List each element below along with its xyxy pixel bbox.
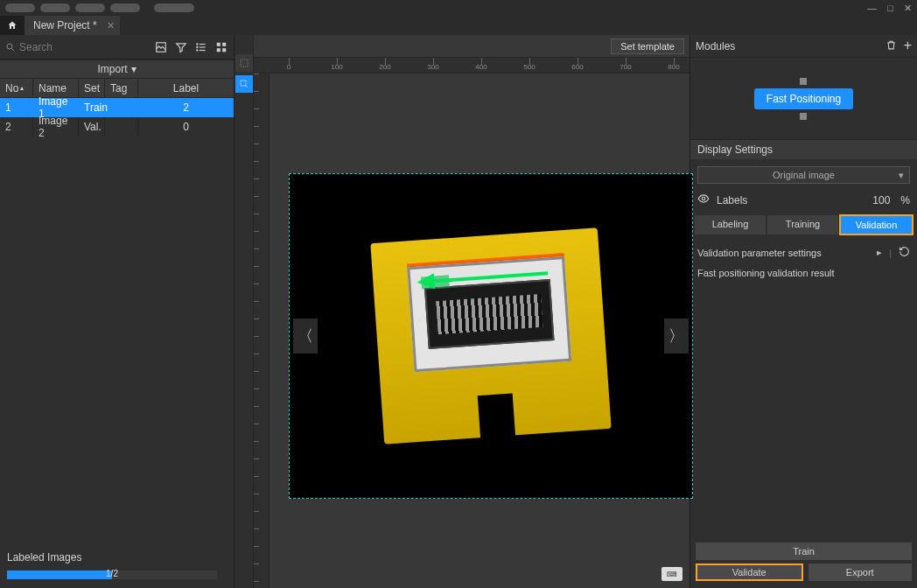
export-button[interactable]: Export: [808, 564, 913, 581]
search-icon: [5, 42, 16, 52]
col-header-name[interactable]: Name: [33, 79, 79, 97]
percent-symbol: %: [900, 194, 910, 206]
validation-result-title: Fast positioning validation result: [690, 264, 917, 282]
svg-rect-13: [241, 60, 248, 66]
svg-rect-9: [217, 42, 220, 46]
tab-training[interactable]: Training: [766, 214, 839, 235]
image-table: No▴ Name Set Tag Label 1 Image 1 Train 2…: [0, 79, 234, 136]
search-input[interactable]: Search: [5, 41, 150, 53]
reset-icon[interactable]: [899, 246, 910, 259]
labeled-images-title: Labeled Images: [7, 551, 227, 564]
next-image-button[interactable]: 〉: [664, 318, 689, 354]
tabbar: New Project * ✕: [0, 16, 917, 35]
col-header-label[interactable]: Label: [138, 79, 234, 97]
home-button[interactable]: [0, 16, 24, 35]
titlebar: — □ ✕: [0, 0, 917, 16]
search-placeholder: Search: [19, 41, 52, 53]
list-view-icon[interactable]: [194, 40, 208, 54]
image-frame[interactable]: 〈 〉: [289, 173, 693, 499]
labeled-progress: 1/2: [7, 570, 217, 579]
vertical-toolbar: [234, 35, 254, 588]
labels-percent: 100: [872, 194, 890, 206]
labels-word: Labels: [717, 194, 747, 206]
import-label: Import: [97, 63, 127, 75]
import-button[interactable]: Import ▾: [0, 60, 234, 79]
svg-point-8: [197, 49, 198, 50]
gallery-view-icon[interactable]: [154, 40, 168, 54]
labeled-progress-text: 1/2: [106, 569, 118, 578]
caret-down-icon: ▾: [131, 63, 136, 75]
right-panel: Modules + Fast Positioning Display Setti…: [690, 35, 917, 588]
prev-image-button[interactable]: 〈: [293, 318, 318, 354]
close-icon[interactable]: ✕: [904, 3, 912, 14]
set-template-button[interactable]: Set template: [611, 38, 684, 54]
svg-point-7: [197, 46, 198, 47]
validate-button[interactable]: Validate: [696, 564, 803, 581]
filter-icon[interactable]: [174, 40, 188, 54]
svg-rect-10: [222, 42, 226, 46]
caret-down-icon: ▾: [899, 170, 904, 181]
col-header-tag[interactable]: Tag: [105, 79, 138, 97]
titlebar-menu-placeholder: [5, 4, 194, 12]
tool-move[interactable]: [235, 75, 253, 93]
svg-point-0: [7, 44, 12, 49]
home-icon: [7, 20, 18, 31]
image-content: [370, 228, 611, 444]
modules-title: Modules: [696, 40, 735, 52]
module-fast-positioning[interactable]: Fast Positioning: [754, 88, 853, 109]
table-row[interactable]: 2 Image 2 Val. 0: [0, 117, 234, 136]
image-mode-dropdown[interactable]: Original image ▾: [697, 166, 910, 184]
image-list-panel: Search Import ▾ No▴ Name Set Tag Label 1: [0, 35, 234, 588]
keyboard-icon[interactable]: ⌨: [662, 567, 682, 581]
table-row[interactable]: 1 Image 1 Train 2: [0, 98, 234, 117]
canvas-panel: Set template 0100200300400500600700800 〈…: [234, 35, 690, 588]
col-header-no[interactable]: No▴: [0, 79, 33, 97]
image-mode-value: Original image: [773, 170, 835, 180]
tab-labeling[interactable]: Labeling: [694, 214, 766, 235]
chevron-right-icon: ▸: [877, 247, 882, 258]
tool-select[interactable]: [235, 54, 253, 72]
display-settings-header: Display Settings: [690, 140, 917, 159]
canvas[interactable]: 〈 〉 ⌨: [254, 74, 690, 588]
tab-close-icon[interactable]: ✕: [107, 20, 115, 32]
svg-point-6: [197, 43, 198, 44]
col-header-set[interactable]: Set: [79, 79, 105, 97]
visibility-icon[interactable]: [697, 192, 710, 207]
maximize-icon[interactable]: □: [887, 3, 893, 14]
ruler-horizontal: 0100200300400500600700800: [254, 58, 690, 74]
svg-point-14: [702, 197, 705, 200]
grid-view-icon[interactable]: [214, 40, 228, 54]
svg-line-1: [12, 48, 15, 51]
train-button[interactable]: Train: [696, 542, 912, 560]
tab-validation[interactable]: Validation: [839, 214, 914, 235]
add-module-icon[interactable]: +: [904, 39, 912, 53]
ruler-vertical: [254, 74, 270, 588]
svg-rect-11: [217, 48, 220, 52]
minimize-icon[interactable]: —: [867, 3, 877, 14]
project-tab-label: New Project *: [33, 19, 97, 32]
project-tab[interactable]: New Project * ✕: [24, 16, 121, 35]
validation-param-settings[interactable]: Validation parameter settings ▸ |: [690, 241, 917, 264]
svg-rect-12: [222, 48, 226, 52]
delete-module-icon[interactable]: [886, 39, 897, 53]
